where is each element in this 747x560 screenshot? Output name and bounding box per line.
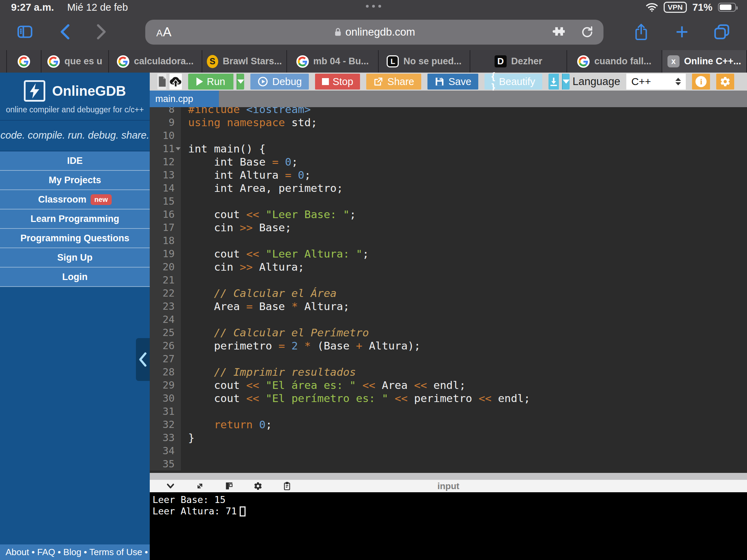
code-line: 19 cout << "Leer Altura: "; — [150, 247, 747, 260]
line-number: 32 — [150, 418, 181, 431]
browser-tab-title: Dezher — [511, 56, 542, 67]
share-code-button[interactable]: Share — [366, 74, 421, 90]
code-line: 14 int Area, perimetro; — [150, 181, 747, 195]
code-line: 34 — [150, 444, 747, 457]
settings-button[interactable] — [716, 74, 734, 90]
browser-tab[interactable]: SBrawl Stars... — [202, 50, 287, 73]
line-number: 26 — [150, 339, 181, 352]
code-text: cout << "El área es: " << Area << endl; — [181, 379, 466, 392]
info-button[interactable]: i — [692, 74, 710, 90]
line-number: 19 — [150, 247, 181, 260]
console-line: Leer Altura: 71 — [153, 505, 747, 517]
run-button[interactable]: Run — [188, 74, 233, 90]
panel-layout-icon[interactable] — [224, 482, 233, 491]
line-number: 21 — [150, 273, 181, 287]
sidebar-toggle-icon[interactable] — [14, 21, 36, 43]
editor-scrollbar[interactable] — [150, 473, 747, 480]
beautify-button[interactable]: { } Beautify — [485, 74, 542, 90]
reload-icon[interactable] — [581, 26, 594, 39]
code-text — [181, 444, 188, 457]
clock: 9:27 a.m. — [11, 2, 54, 13]
code-line: 31 — [150, 405, 747, 418]
address-bar[interactable]: AA onlinegdb.com — [145, 20, 603, 45]
console-line: Leer Base: 15 — [153, 494, 747, 505]
reader-mode-button[interactable]: AA — [156, 25, 172, 39]
sidebar-item-classroom[interactable]: Classroomnew — [0, 190, 150, 209]
browser-tab[interactable]: calculadora... — [109, 50, 202, 73]
share-icon[interactable] — [630, 21, 652, 43]
browser-tab-active[interactable]: xOnline C++... — [662, 50, 747, 73]
browser-tab[interactable]: que es u — [42, 50, 109, 73]
line-number: 30 — [150, 392, 181, 405]
sidebar-footer-links[interactable]: About • FAQ • Blog • Terms of Use • — [0, 544, 150, 560]
caret-down-icon — [237, 80, 244, 84]
fold-caret-icon[interactable] — [176, 147, 181, 150]
code-line: 35 — [150, 457, 747, 470]
clipboard-icon[interactable] — [283, 482, 292, 491]
sidebar-item-my-projects[interactable]: My Projects — [0, 171, 150, 190]
save-button[interactable]: Save — [427, 74, 478, 90]
download-button[interactable] — [548, 74, 559, 90]
browser-tab[interactable] — [0, 50, 7, 73]
browser-tab[interactable]: cuando fall... — [567, 50, 662, 73]
new-tab-plus-icon[interactable]: + — [671, 21, 693, 43]
home-indicator-dots-icon[interactable] — [366, 5, 381, 8]
battery-icon — [718, 3, 736, 12]
download-options-dropdown[interactable] — [562, 74, 570, 90]
code-text: using namespace std; — [181, 116, 317, 129]
sidebar-item-label: Sign Up — [57, 252, 93, 263]
line-number: 9 — [150, 116, 181, 129]
sidebar-item-ide[interactable]: IDE — [0, 151, 150, 171]
code-editor[interactable]: 8#include <iostream>9using namespace std… — [150, 107, 747, 473]
language-select[interactable]: C++ — [626, 74, 686, 90]
collapse-console-icon[interactable] — [166, 482, 175, 490]
code-line: 20 cin >> Altura; — [150, 260, 747, 273]
sidebar-item-programming-questions[interactable]: Programming Questions — [0, 229, 150, 248]
line-number: 24 — [150, 313, 181, 326]
code-line: 25 // Calcular el Perímetro — [150, 326, 747, 339]
tabs-overview-icon[interactable] — [711, 21, 733, 43]
code-text: } — [181, 431, 195, 444]
code-line: 23 Area = Base * Altura; — [150, 300, 747, 313]
browser-tab-title: Online C++... — [684, 56, 741, 67]
sidebar-collapse-handle[interactable] — [136, 338, 150, 381]
sidebar-item-login[interactable]: Login — [0, 268, 150, 287]
info-icon: i — [695, 76, 707, 87]
line-number: 10 — [150, 129, 181, 142]
code-text: cin >> Base; — [181, 221, 292, 234]
console-toolbar: input — [150, 480, 747, 492]
battery-percent: 71% — [692, 2, 712, 13]
app-title: OnlineGDB — [52, 83, 126, 99]
stop-button[interactable]: Stop — [315, 74, 360, 90]
extensions-puzzle-icon[interactable] — [551, 25, 565, 39]
terminal-cursor — [240, 506, 246, 516]
browser-tab[interactable]: DDezher — [470, 50, 567, 73]
code-text — [181, 352, 188, 365]
play-circle-icon — [257, 76, 268, 87]
line-number: 23 — [150, 300, 181, 313]
forward-button[interactable] — [91, 21, 113, 43]
editor-tab-strip: main.cpp — [150, 91, 747, 107]
sidebar-item-sign-up[interactable]: Sign Up — [0, 248, 150, 268]
console-output[interactable]: Leer Base: 15Leer Altura: 71 — [150, 492, 747, 560]
code-line: 11int main() { — [150, 142, 747, 155]
new-file-button[interactable] — [157, 74, 166, 90]
app-tagline: code. compile. run. debug. share. — [0, 121, 150, 151]
browser-tab-title: calculadora... — [134, 56, 194, 67]
run-options-dropdown[interactable] — [237, 74, 244, 90]
code-line: 26 perimetro = 2 * (Base + Altura); — [150, 339, 747, 352]
sidebar-item-learn-programming[interactable]: Learn Programming — [0, 209, 150, 229]
browser-tab[interactable] — [7, 50, 42, 73]
editor-tab-main-cpp[interactable]: main.cpp — [150, 91, 219, 107]
back-button[interactable] — [54, 21, 76, 43]
upload-project-button[interactable] — [169, 74, 182, 90]
browser-tab[interactable]: mb 04 - Bu... — [287, 50, 379, 73]
onlinegdb-sidebar: OnlineGDB online compiler and debugger f… — [0, 73, 150, 560]
console-settings-gear-icon[interactable] — [253, 482, 262, 491]
browser-tab[interactable]: LNo se pued... — [379, 50, 470, 73]
code-line: 33} — [150, 431, 747, 444]
expand-console-icon[interactable] — [195, 482, 204, 491]
line-number: 28 — [150, 365, 181, 379]
debug-button[interactable]: Debug — [250, 74, 308, 90]
code-line: 17 cin >> Base; — [150, 221, 747, 234]
